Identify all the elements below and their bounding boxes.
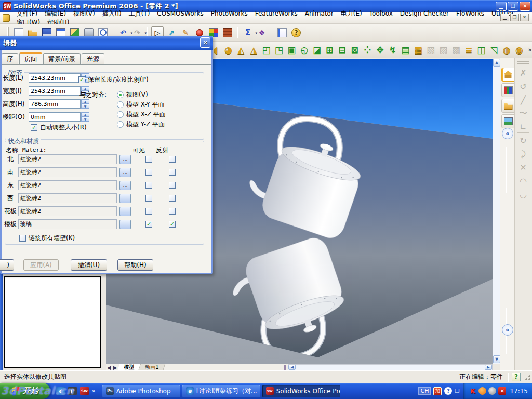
feature-icon-2[interactable]: ◕ <box>222 44 234 56</box>
viewport-vertical-scrollbar[interactable]: ▲ ▼ <box>493 59 500 364</box>
checkbox-icon[interactable] <box>19 235 26 242</box>
link-walls-checkbox[interactable]: 链接所有墙壁(K) <box>19 234 75 243</box>
menu-item-7[interactable]: PhotoWorks <box>207 9 251 18</box>
mdi-minimize-button[interactable]: ▁ <box>500 14 509 21</box>
pane-grip[interactable] <box>506 147 507 193</box>
menu-item-3[interactable]: 视图(V) <box>70 9 99 18</box>
browse-material-button[interactable]: … <box>119 181 131 190</box>
spinner[interactable]: ▲▼ <box>81 112 89 122</box>
feature-icon-6[interactable]: ◳ <box>273 44 285 56</box>
checkbox-icon[interactable]: ✓ <box>78 76 85 83</box>
checkbox-icon[interactable]: ✓ <box>31 124 37 131</box>
bricks-icon[interactable] <box>221 26 234 39</box>
toolbar-more-icon[interactable]: » <box>528 46 532 54</box>
sketch-tool-icon-7[interactable]: ⤸ <box>517 148 529 160</box>
render2-icon[interactable]: ❖ <box>256 26 268 39</box>
feature-icon-14[interactable]: ✥ <box>374 44 385 56</box>
spin-down-icon[interactable]: ▼ <box>81 117 89 122</box>
sketch-tool-icon-3[interactable]: ╱ <box>517 94 529 106</box>
feature-icon-9[interactable]: ◪ <box>311 44 323 56</box>
tray-k-icon[interactable]: K <box>469 387 476 395</box>
feature-icon-10[interactable]: ⊞ <box>324 44 335 56</box>
menu-item-8[interactable]: FeatureWorks <box>251 9 301 18</box>
sketch-tool-icon-9[interactable]: ◠ <box>517 175 529 187</box>
tab-scroll-left-icon[interactable]: ◀ <box>106 364 112 371</box>
collapse-pane-button[interactable]: « <box>502 128 513 139</box>
quick-launch-more-icon[interactable]: » <box>92 388 96 394</box>
feature-icon-12[interactable]: ⊠ <box>349 44 361 56</box>
spin-down-icon[interactable]: ▼ <box>81 104 89 109</box>
radio-icon[interactable] <box>117 101 124 108</box>
spin-up-icon[interactable]: ▲ <box>81 112 89 117</box>
feature-icon-20[interactable]: ▩ <box>450 44 462 56</box>
language-help-icon[interactable]: ? <box>444 387 452 395</box>
dialog-titlebar[interactable]: 辑器 × <box>0 36 213 50</box>
feature-icon-17[interactable]: ▦ <box>413 44 424 56</box>
sketch-tool-icon-10[interactable]: ◡ <box>517 188 529 201</box>
field-input[interactable] <box>29 73 81 83</box>
menu-item-11[interactable]: Toolbox <box>366 9 396 18</box>
tray-orange-icon[interactable] <box>478 387 486 395</box>
language-indicator[interactable]: CH <box>418 387 431 395</box>
dialog-tab-3[interactable]: 背景/前景 <box>43 53 81 64</box>
language-restore-icon[interactable]: ❐ <box>455 388 459 394</box>
menu-item-1[interactable]: 文件(F) <box>13 9 41 18</box>
radio-icon[interactable] <box>117 91 124 98</box>
apply-button[interactable]: 应用(A) <box>23 259 59 271</box>
feature-icon-7[interactable]: ▣ <box>286 44 297 56</box>
feature-icon-4[interactable]: ◮ <box>248 44 259 56</box>
menu-item-12[interactable]: Design Checker <box>396 9 453 18</box>
field-input[interactable] <box>29 86 81 96</box>
field-input[interactable] <box>29 112 81 122</box>
material-input[interactable] <box>18 219 117 229</box>
feature-icon-22[interactable]: ◫ <box>475 44 487 56</box>
sketch-tool-icon-8[interactable]: ✕ <box>517 161 529 174</box>
visible-checkbox[interactable] <box>145 169 152 176</box>
mdi-restore-button[interactable]: ❐ <box>510 14 519 21</box>
dialog-tab-1[interactable]: 序 <box>2 53 18 64</box>
align-radio-2[interactable]: 模型 X-Y 平面 <box>117 100 165 109</box>
reflect-checkbox[interactable] <box>169 169 176 176</box>
reflect-checkbox[interactable] <box>169 195 176 202</box>
browse-material-button[interactable]: … <box>119 155 131 164</box>
browse-material-button[interactable]: … <box>119 168 131 177</box>
feature-icon-13[interactable]: ⁘ <box>362 44 373 56</box>
list-icon[interactable] <box>276 26 288 39</box>
feature-icon-3[interactable]: ◭ <box>235 44 247 56</box>
auto-resize-checkbox[interactable]: ✓ 自动调整大小(R) <box>31 123 87 132</box>
pane-splitter[interactable] <box>284 365 286 370</box>
feature-icon-18[interactable]: ▧ <box>425 44 436 56</box>
material-input[interactable] <box>18 180 117 190</box>
viewport-tab-2[interactable]: 动画1 <box>139 364 166 371</box>
tray-gray-icon[interactable] <box>488 387 496 395</box>
dialog-tab-2[interactable]: 房间 <box>19 52 42 65</box>
keep-ratio-checkbox[interactable]: ✓ 保留长度/宽度比例(P) <box>78 75 149 84</box>
taskpane-tab-home[interactable] <box>501 68 514 82</box>
browse-material-button[interactable]: … <box>119 220 131 229</box>
reflect-checkbox[interactable] <box>169 208 176 215</box>
help-button[interactable]: 帮助(H) <box>117 259 153 271</box>
menu-item-4[interactable]: 插入(I) <box>99 9 125 18</box>
ime-icon[interactable]: 加 <box>433 387 442 395</box>
resize-grip[interactable] <box>524 374 531 381</box>
align-radio-1[interactable]: 视图(V) <box>117 90 148 99</box>
feature-icon-8[interactable]: ◵ <box>298 44 310 56</box>
visible-checkbox[interactable] <box>145 208 152 215</box>
help-icon[interactable]: ? <box>290 26 302 39</box>
sketch-tool-icon-5[interactable]: ∟ <box>517 121 529 133</box>
browse-material-button[interactable]: … <box>119 207 131 216</box>
browse-material-button[interactable]: … <box>119 194 131 203</box>
tray-x-icon[interactable]: ✕ <box>498 387 506 395</box>
feature-icon-23[interactable]: ◹ <box>488 44 500 56</box>
taskbar-button-3[interactable]: SWSolidWorks Office Pre... <box>262 385 340 397</box>
viewport-tab-1[interactable]: 模型 <box>117 364 141 371</box>
visible-checkbox[interactable] <box>145 156 152 163</box>
dialog-tab-4[interactable]: 光源 <box>82 53 104 64</box>
visible-checkbox[interactable]: ✓ <box>145 221 152 228</box>
spin-up-icon[interactable]: ▲ <box>81 99 89 104</box>
feature-icon-11[interactable]: ⊟ <box>336 44 348 56</box>
sketch-tool-icon-6[interactable]: ↻ <box>517 134 529 147</box>
feature-icon-19[interactable]: ▨ <box>437 44 449 56</box>
feature-icon-5[interactable]: ◰ <box>260 44 272 56</box>
feature-icon-21[interactable]: ≡ <box>463 44 474 56</box>
